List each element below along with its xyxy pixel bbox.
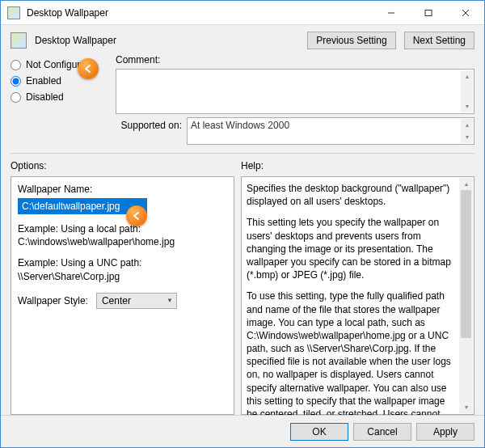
radio-disabled[interactable] xyxy=(11,92,21,103)
section-labels: Options: Help: xyxy=(11,160,474,171)
supported-scrollbar[interactable]: ▴ ▾ xyxy=(461,119,473,143)
help-pane: Specifies the desktop background ("wallp… xyxy=(241,176,474,415)
wallpaper-style-label: Wallpaper Style: xyxy=(18,295,88,306)
policy-name: Desktop Wallpaper xyxy=(35,35,116,46)
help-paragraph: To use this setting, type the fully qual… xyxy=(247,290,458,415)
help-scrollbar[interactable]: ▴ ▾ xyxy=(459,178,473,413)
wallpaper-style-combo[interactable]: Center ▼ xyxy=(96,293,177,309)
supported-box: At least Windows 2000 ▴ ▾ xyxy=(187,117,474,145)
state-disabled[interactable]: Disabled xyxy=(11,91,108,103)
divider xyxy=(11,153,474,154)
comment-label: Comment: xyxy=(116,54,474,66)
comment-column: Comment: ▴ ▾ Supported on: At least Wind… xyxy=(116,54,474,145)
wallpaper-name-label: Wallpaper Name: xyxy=(18,184,227,195)
window-title: Desktop Wallpaper xyxy=(27,7,373,19)
annotation-arrow-icon xyxy=(78,58,99,79)
example-unc: Example: Using a UNC path: \\Server\Shar… xyxy=(18,256,227,282)
example-local: Example: Using a local path: C:\windows\… xyxy=(18,222,227,248)
options-pane: Wallpaper Name: Example: Using a local p… xyxy=(11,176,234,415)
example-unc-value: \\Server\Share\Corp.jpg xyxy=(18,270,227,283)
scroll-up-icon[interactable]: ▴ xyxy=(461,119,473,131)
radio-enabled[interactable] xyxy=(11,76,21,87)
ok-button[interactable]: OK xyxy=(290,423,348,441)
chevron-down-icon: ▼ xyxy=(167,297,173,304)
scroll-down-icon[interactable]: ▾ xyxy=(461,131,473,143)
svg-rect-1 xyxy=(425,10,432,15)
next-setting-button[interactable]: Next Setting xyxy=(404,32,474,49)
radio-not-configured[interactable] xyxy=(11,60,21,70)
help-label: Help: xyxy=(241,160,474,171)
scroll-up-icon[interactable]: ▴ xyxy=(459,178,473,190)
wallpaper-style-row: Wallpaper Style: Center ▼ xyxy=(18,293,227,309)
policy-editor-window: Desktop Wallpaper Desktop Wallpaper Prev… xyxy=(0,0,485,448)
previous-setting-button[interactable]: Previous Setting xyxy=(307,32,395,49)
window-icon xyxy=(7,6,20,19)
example-local-value: C:\windows\web\wallpaper\home.jpg xyxy=(18,235,227,248)
comment-scrollbar[interactable]: ▴ ▾ xyxy=(461,70,473,112)
help-paragraph: Specifies the desktop background ("wallp… xyxy=(247,182,458,208)
scrollbar-thumb[interactable] xyxy=(461,190,471,338)
cancel-button[interactable]: Cancel xyxy=(353,423,411,441)
comment-textarea[interactable]: ▴ ▾ xyxy=(116,69,474,114)
help-paragraph: This setting lets you specify the wallpa… xyxy=(247,216,458,281)
policy-icon xyxy=(11,32,27,49)
dialog-footer: OK Cancel Apply xyxy=(1,415,484,447)
example-local-label: Example: Using a local path: xyxy=(18,222,227,235)
apply-button[interactable]: Apply xyxy=(416,423,474,441)
maximize-button[interactable] xyxy=(410,1,447,25)
example-unc-label: Example: Using a UNC path: xyxy=(18,256,227,269)
header-row: Desktop Wallpaper Previous Setting Next … xyxy=(11,32,474,49)
help-text: Specifies the desktop background ("wallp… xyxy=(247,182,458,415)
panes: Wallpaper Name: Example: Using a local p… xyxy=(11,176,474,415)
wallpaper-style-value: Center xyxy=(102,295,131,306)
radio-label: Disabled xyxy=(26,91,64,103)
close-button[interactable] xyxy=(447,1,484,25)
scrollbar-track[interactable] xyxy=(459,190,473,401)
scroll-down-icon[interactable]: ▾ xyxy=(461,100,473,112)
options-label: Options: xyxy=(11,160,241,171)
radio-label: Enabled xyxy=(26,75,61,87)
minimize-button[interactable] xyxy=(373,1,410,25)
content-area: Desktop Wallpaper Previous Setting Next … xyxy=(1,25,484,415)
annotation-arrow-icon xyxy=(126,205,147,226)
title-bar[interactable]: Desktop Wallpaper xyxy=(1,1,484,25)
scroll-down-icon[interactable]: ▾ xyxy=(459,401,473,413)
scroll-up-icon[interactable]: ▴ xyxy=(461,70,473,82)
supported-row: Supported on: At least Windows 2000 ▴ ▾ xyxy=(116,117,474,145)
supported-value: At least Windows 2000 xyxy=(191,120,289,131)
supported-label: Supported on: xyxy=(116,117,182,131)
